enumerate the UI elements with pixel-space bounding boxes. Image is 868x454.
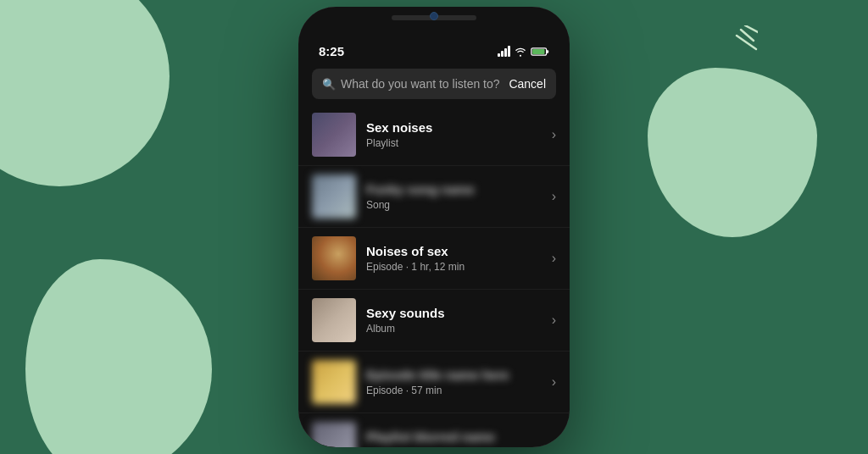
bg-shape-top-left [0,0,170,186]
result-item-sexy-sounds[interactable]: Sexy sounds Album › [298,290,570,352]
svg-rect-4 [547,50,549,53]
result-chevron-song: › [552,189,556,204]
result-title-sexy-sounds: Sexy sounds [366,306,545,320]
result-info-sex-noises: Sex noises Playlist [366,120,545,149]
search-bar[interactable]: 🔍 What do you want to listen to? Cancel [312,69,556,99]
squiggle-decoration [715,25,758,59]
result-chevron-episode2: › [552,374,556,390]
camera-dot [430,12,438,20]
result-subtitle-sex-noises: Playlist [366,137,545,149]
wifi-icon [514,47,527,57]
result-subtitle-song: Song [366,199,545,211]
phone-screen: 8:25 [298,7,570,447]
result-item-sex-noises[interactable]: Sex noises Playlist › [298,104,570,166]
svg-rect-5 [532,49,544,54]
result-item-playlist2[interactable]: Playlist blurred name Playlist › [298,413,570,447]
phone-mockup: 8:25 [298,7,570,447]
status-icons [498,46,549,57]
result-info-noises-of-sex: Noises of sex Episode · 1 hr, 12 min [366,244,545,273]
result-info-episode2: Episode title name here Episode · 57 min [366,368,545,396]
cancel-button[interactable]: Cancel [509,77,546,91]
result-chevron-noises-of-sex: › [552,251,556,266]
bg-shape-bottom-left [25,259,212,454]
status-time: 8:25 [319,44,344,58]
svg-line-1 [745,25,758,32]
result-subtitle-playlist2: Playlist [366,446,545,447]
result-subtitle-noises-of-sex: Episode · 1 hr, 12 min [366,261,545,273]
result-info-playlist2: Playlist blurred name Playlist [366,429,545,447]
search-placeholder: What do you want to listen to? [341,77,500,91]
result-item-noises-of-sex[interactable]: Noises of sex Episode · 1 hr, 12 min › [298,228,570,290]
result-item-song[interactable]: Funky song name Song › [298,166,570,228]
search-results-list: Sex noises Playlist › Funky song name So… [298,104,570,447]
result-title-episode2: Episode title name here [366,368,545,382]
result-title-song: Funky song name [366,182,545,197]
signal-icon [498,46,510,57]
result-info-sexy-sounds: Sexy sounds Album [366,306,545,335]
result-title-sex-noises: Sex noises [366,120,545,135]
result-thumb-playlist2 [312,422,356,447]
status-bar: 8:25 [298,32,570,64]
result-chevron-sexy-sounds: › [552,313,556,328]
result-title-playlist2: Playlist blurred name [366,429,545,444]
result-thumb-sexy-sounds [312,298,356,342]
search-icon: 🔍 [322,78,336,91]
result-thumb-episode2 [312,360,356,404]
result-title-noises-of-sex: Noises of sex [366,244,545,258]
result-subtitle-episode2: Episode · 57 min [366,385,545,396]
result-chevron-sex-noises: › [552,127,556,142]
result-thumb-sex-noises [312,113,356,157]
result-item-episode2[interactable]: Episode title name here Episode · 57 min… [298,352,570,413]
result-thumb-song [312,174,356,219]
result-thumb-noises-of-sex [312,236,356,280]
bg-shape-top-right [648,68,817,237]
result-chevron-playlist2: › [552,436,556,447]
phone-body: 8:25 [298,7,570,447]
result-info-song: Funky song name Song [366,182,545,211]
battery-icon [531,47,549,57]
result-subtitle-sexy-sounds: Album [366,323,545,335]
svg-line-2 [737,36,756,49]
